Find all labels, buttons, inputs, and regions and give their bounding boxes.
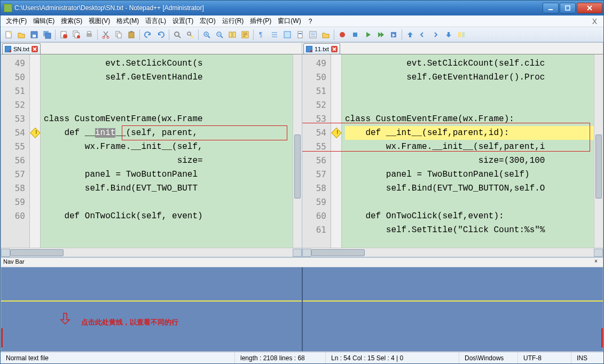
nav-bar-panel[interactable]: 点击此处黄线，以查看不同的行 <box>1 267 603 352</box>
menubar-close-icon[interactable]: X <box>588 17 601 26</box>
close-file-icon[interactable] <box>58 29 69 41</box>
svg-rect-17 <box>116 31 120 36</box>
stop-macro-icon[interactable] <box>349 29 361 41</box>
print-icon[interactable] <box>83 29 95 41</box>
menu-search[interactable]: 搜索(S) <box>58 15 85 27</box>
right-tabbar: 11.txt <box>302 43 603 54</box>
menu-view[interactable]: 视图(V) <box>85 15 113 27</box>
sync-scroll-icon[interactable] <box>226 29 238 41</box>
svg-rect-30 <box>284 31 291 38</box>
open-file-icon[interactable] <box>15 29 27 41</box>
cut-icon[interactable] <box>100 29 112 41</box>
status-position: Ln : 54 Col : 15 Sel : 4 | 0 <box>326 352 459 363</box>
left-vertical-scrollbar[interactable] <box>293 54 302 248</box>
play-macro-icon[interactable] <box>362 29 374 41</box>
nav-cursor-marker <box>1 328 3 347</box>
folder-icon[interactable] <box>320 29 332 41</box>
maximize-button[interactable] <box>560 3 576 13</box>
minimize-button[interactable] <box>543 3 559 13</box>
tab-close-icon[interactable] <box>331 46 338 52</box>
right-editor[interactable]: 49505152535455565758596061 evt.SetClickC… <box>302 54 603 248</box>
undo-icon[interactable] <box>142 29 154 41</box>
replace-icon[interactable] <box>184 29 196 41</box>
nav-bar-label: Nav Bar <box>3 258 25 265</box>
zoom-out-icon[interactable] <box>214 29 225 41</box>
menu-settings[interactable]: 设置(T) <box>169 15 197 27</box>
left-editor[interactable]: 495051525354555657585960 evt.SetClickCou… <box>1 54 302 248</box>
nav-bar-close-icon[interactable]: × <box>594 258 602 266</box>
redo-icon[interactable] <box>155 29 167 41</box>
nav-hint-text: 点击此处黄线，以查看不同的行 <box>81 318 178 327</box>
svg-rect-5 <box>33 35 36 37</box>
new-file-icon[interactable] <box>3 29 14 41</box>
user-define-icon[interactable] <box>281 29 293 41</box>
record-macro-icon[interactable] <box>336 29 348 41</box>
save-all-icon[interactable] <box>41 29 53 41</box>
find-icon[interactable] <box>171 29 183 41</box>
left-code-area[interactable]: evt.SetClickCount(s self.GetEventHandle … <box>41 54 293 248</box>
menu-window[interactable]: 窗口(W) <box>274 15 304 27</box>
svg-rect-0 <box>548 9 553 10</box>
left-horizontal-scrollbar[interactable] <box>1 248 302 257</box>
word-wrap-icon[interactable] <box>239 29 251 41</box>
left-pane: SN.txt 495051525354555657585960 evt.SetC… <box>1 42 302 257</box>
nav-diff-line[interactable] <box>1 300 302 302</box>
play-multi-icon[interactable] <box>375 29 387 41</box>
paste-icon[interactable] <box>125 29 137 41</box>
menu-format[interactable]: 格式(M) <box>113 15 142 27</box>
menu-edit[interactable]: 编辑(E) <box>30 15 58 27</box>
compare-last-icon[interactable] <box>443 29 454 41</box>
titlebar[interactable]: C:\Users\Administrator\Desktop\SN.txt - … <box>1 1 603 15</box>
svg-rect-38 <box>462 32 465 37</box>
menu-help[interactable]: ? <box>305 17 316 26</box>
svg-point-22 <box>187 32 191 35</box>
svg-point-16 <box>107 36 109 38</box>
menu-macro[interactable]: 宏(O) <box>197 15 218 27</box>
status-encoding: UTF-8 <box>518 352 571 363</box>
save-icon[interactable] <box>28 29 40 41</box>
status-ins: INS <box>571 352 603 363</box>
show-all-chars-icon[interactable]: ¶ <box>256 29 268 41</box>
svg-text:¶: ¶ <box>259 31 262 38</box>
zoom-in-icon[interactable] <box>201 29 213 41</box>
save-macro-icon[interactable] <box>388 29 399 41</box>
svg-rect-1 <box>566 6 570 10</box>
compare-icon[interactable] <box>456 29 467 41</box>
svg-point-34 <box>340 32 345 37</box>
svg-rect-20 <box>130 31 132 33</box>
nav-right[interactable] <box>303 267 603 351</box>
compare-first-icon[interactable] <box>404 29 416 41</box>
svg-point-25 <box>217 32 221 36</box>
right-vertical-scrollbar[interactable] <box>594 54 603 248</box>
menu-language[interactable]: 语言(L) <box>142 15 169 27</box>
svg-rect-31 <box>298 31 302 38</box>
svg-rect-18 <box>117 33 121 38</box>
svg-rect-2 <box>6 31 11 38</box>
svg-rect-36 <box>391 32 396 37</box>
left-margin <box>30 54 41 248</box>
copy-icon[interactable] <box>113 29 124 41</box>
tab-sn-txt[interactable]: SN.txt <box>2 43 41 54</box>
indent-guide-icon[interactable] <box>269 29 280 41</box>
svg-rect-28 <box>242 31 248 38</box>
menu-plugins[interactable]: 插件(P) <box>247 15 274 27</box>
status-doctype: Normal text file <box>1 352 235 363</box>
compare-prev-icon[interactable] <box>417 29 429 41</box>
tab-11-txt[interactable]: 11.txt <box>303 43 340 54</box>
close-all-icon[interactable] <box>70 29 82 41</box>
menu-run[interactable]: 运行(R) <box>219 15 247 27</box>
compare-next-icon[interactable] <box>430 29 442 41</box>
statusbar: Normal text file length : 2108 lines : 6… <box>1 352 603 363</box>
menu-file[interactable]: 文件(F) <box>3 15 30 27</box>
right-code-area[interactable]: evt.SetClickCount(self.clic self.GetEven… <box>342 54 594 248</box>
nav-left[interactable]: 点击此处黄线，以查看不同的行 <box>1 267 303 351</box>
func-list-icon[interactable] <box>307 29 319 41</box>
tab-close-icon[interactable] <box>32 46 38 52</box>
doc-map-icon[interactable] <box>294 29 306 41</box>
right-horizontal-scrollbar[interactable] <box>302 248 603 257</box>
down-arrow-icon <box>60 312 70 325</box>
nav-diff-line[interactable] <box>303 300 603 302</box>
close-button[interactable] <box>577 3 602 13</box>
svg-rect-23 <box>191 36 193 38</box>
svg-rect-14 <box>88 31 91 34</box>
